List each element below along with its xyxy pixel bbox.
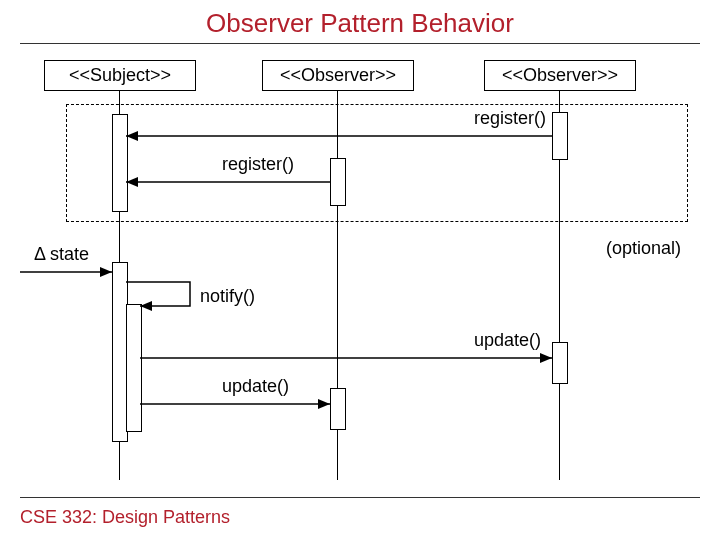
activation-subject-1 <box>112 114 128 212</box>
page-title: Observer Pattern Behavior <box>0 0 720 43</box>
arrow-register-observer1 <box>126 176 330 188</box>
label-optional: (optional) <box>606 238 681 259</box>
divider-bottom <box>20 497 700 498</box>
label-notify: notify() <box>200 286 255 307</box>
svg-marker-6 <box>140 301 152 311</box>
label-update-observer1: update() <box>222 376 289 397</box>
sequence-diagram: <<Subject>> <<Observer>> <<Observer>> re… <box>0 60 720 490</box>
participant-observer2: <<Observer>> <box>484 60 636 91</box>
footer-text: CSE 332: Design Patterns <box>20 507 230 528</box>
label-delta-state: Δ state <box>34 244 89 265</box>
arrow-update-observer2 <box>140 352 552 364</box>
label-register-observer2: register() <box>474 108 546 129</box>
arrow-register-observer2 <box>126 130 552 142</box>
svg-marker-3 <box>126 177 138 187</box>
arrow-notify-self <box>126 278 196 312</box>
activation-observer1-reg <box>330 158 346 206</box>
activation-subject-notify <box>126 304 142 432</box>
arrow-update-observer1 <box>140 398 330 410</box>
participant-observer1: <<Observer>> <box>262 60 414 91</box>
svg-marker-1 <box>126 131 138 141</box>
activation-observer2-reg <box>552 112 568 160</box>
divider-top <box>20 43 700 44</box>
fragment-optional <box>66 104 688 222</box>
activation-observer2-upd <box>552 342 568 384</box>
label-register-observer1: register() <box>222 154 294 175</box>
svg-marker-5 <box>100 267 112 277</box>
participant-subject: <<Subject>> <box>44 60 196 91</box>
svg-marker-8 <box>540 353 552 363</box>
activation-observer1-upd <box>330 388 346 430</box>
label-update-observer2: update() <box>474 330 541 351</box>
arrow-delta-state <box>20 266 112 278</box>
svg-marker-10 <box>318 399 330 409</box>
